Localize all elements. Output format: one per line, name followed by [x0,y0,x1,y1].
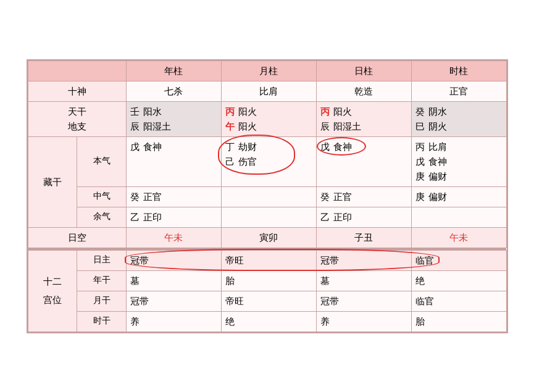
yuegan-sublabel: 月干 [77,291,127,311]
guanwei-shigan-col1: 养 [126,311,221,332]
yuqi-col1-char: 乙 [130,210,140,225]
rizhu-dz-char: 辰 [320,119,330,134]
dizhi-label: 地支 [33,119,121,134]
benqi-col4-line3-char: 庚 [415,169,425,184]
benqi-col3-desc: 食神 [333,140,352,154]
shierguanwei-niangan-row: 年干 墓 胎 墓 绝 [28,270,506,291]
benqi-col1-char: 戊 [130,140,140,154]
zanggan-label: 藏干 [28,136,77,227]
nianzhu-dz-char: 辰 [130,119,140,134]
zhongqi-col1-desc: 正官 [143,190,162,204]
shierguanwei-shigan-row: 时干 养 绝 养 胎 [28,311,506,332]
benqi-col2-line1-desc: 劫财 [238,140,257,154]
benqi-col4-line1-char: 丙 [415,140,425,154]
guanwei-yuegan-col1: 冠带 [126,291,221,311]
guanwei-niangan-col3: 墓 [316,270,411,291]
zhongqi-col4: 庚 偏财 [411,186,506,207]
benqi-col3: 戊 食神 [316,136,411,186]
rikong-label: 日空 [28,227,126,248]
shishen-col1: 七杀 [126,81,221,101]
shishen-col3: 乾造 [316,81,411,101]
benqi-col2-line2-char: 己 [225,154,235,169]
benqi-col1: 戊 食神 [126,136,221,186]
zhongqi-col3-desc: 正官 [333,190,352,204]
tiangan-dizhi-col2: 丙 阳火 午 阳火 [221,101,316,136]
rizhu-dz-desc: 阳湿土 [333,119,361,134]
guanwei-label: 宫位 [33,291,72,309]
benqi-col3-char: 戊 [320,140,330,154]
tiangan-dizhi-row: 天干 地支 壬 阳水 辰 阳湿土 丙 [28,101,506,136]
niangan-sublabel: 年干 [77,270,127,291]
header-nianzhu: 年柱 [126,60,221,81]
zanggan-benqi-row: 藏干 本气 戊 食神 丁 劫财 [28,136,506,186]
shishen-row: 十神 七杀 比肩 乾造 正官 [28,81,506,101]
yuqi-col3-desc: 正印 [333,210,352,225]
yuezhu-tg-desc: 阳火 [238,104,257,119]
nianzhu-tg-desc: 阳水 [143,104,162,119]
guanwei-rizhu-col2: 帝旺 [221,250,316,270]
tiangan-dizhi-col1: 壬 阳水 辰 阳湿土 [126,101,221,136]
guanwei-rizhu-col1-val: 冠带 [130,256,149,265]
guanwei-yuegan-col2: 帝旺 [221,291,316,311]
benqi-col2-line1-char: 丁 [225,140,235,154]
guanwei-shigan-col2: 绝 [221,311,316,332]
header-row: 年柱 月柱 日柱 时柱 [28,60,506,81]
guanwei-niangan-col1: 墓 [126,270,221,291]
guanwei-shigan-col3: 养 [316,311,411,332]
shizhu-tg-desc: 阴水 [428,104,447,119]
rikong-col3: 子丑 [316,227,411,248]
zhongqi-col2 [221,186,316,207]
zhongqi-col1-char: 癸 [130,190,140,204]
yuqi-col4 [411,207,506,227]
tiangan-dizhi-col4: 癸 阴水 巳 阴火 [411,101,506,136]
guanwei-yuegan-col4: 临官 [411,291,506,311]
guanwei-rizhu-col4: 临官 [411,250,506,270]
main-container: 年柱 月柱 日柱 时柱 十神 七杀 比肩 乾造 正官 天干 地支 [27,59,508,333]
rikong-col4: 午未 [411,227,506,248]
nianzhu-tg-char: 壬 [130,104,140,119]
zhongqi-col3-char: 癸 [320,190,330,204]
header-yuezhu: 月柱 [221,60,316,81]
benqi-col4-line2-char: 戊 [415,154,425,169]
shishen-label: 十神 [28,81,126,101]
benqi-col4-line3-desc: 偏财 [428,169,447,184]
yuqi-col2 [221,207,316,227]
benqi-col4-line1-desc: 比肩 [428,140,447,154]
rizhu-tg-char: 丙 [320,104,330,119]
yuqi-col3: 乙 正印 [316,207,411,227]
shierguanwei-rizhu-row: 十二 宫位 日主 冠带 帝旺 冠带 临官 [28,250,506,270]
zhongqi-label: 中气 [77,186,127,207]
shigan-sublabel: 时干 [77,311,127,332]
shierguanwei-label: 十二 宫位 [28,250,77,332]
benqi-col2-line2-desc: 伤官 [238,154,257,169]
rikong-col1: 午未 [126,227,221,248]
header-shizhu: 时柱 [411,60,506,81]
shierguanwei-yuegan-row: 月干 冠带 帝旺 冠带 临官 [28,291,506,311]
rikong-row: 日空 午未 寅卯 子丑 午未 [28,227,506,248]
benqi-label: 本气 [77,136,127,186]
benqi-col4-line2-desc: 食神 [428,154,447,169]
benqi-col2: 丁 劫财 己 伤官 [221,136,316,186]
yuqi-col3-char: 乙 [320,210,330,225]
benqi-col4: 丙 比肩 戊 食神 庚 偏财 [411,136,506,186]
header-rizhu: 日柱 [316,60,411,81]
shier-label: 十二 [33,272,72,291]
yuezhu-dz-desc: 阳火 [238,119,257,134]
yuezhu-dz-char: 午 [225,119,235,134]
yuqi-col1-desc: 正印 [143,210,162,225]
rizhu-sublabel: 日主 [77,250,127,270]
guanwei-rizhu-col3: 冠带 [316,250,411,270]
tiangan-dizhi-label: 天干 地支 [28,101,126,136]
zhongqi-col3: 癸 正官 [316,186,411,207]
guanwei-niangan-col2: 胎 [221,270,316,291]
zanggan-yuqi-row: 余气 乙 正印 乙 正印 [28,207,506,227]
zhongqi-col4-desc: 偏财 [428,190,447,204]
yuqi-label: 余气 [77,207,127,227]
tiangan-dizhi-col3: 丙 阳火 辰 阳湿土 [316,101,411,136]
shishen-col2: 比肩 [221,81,316,101]
rikong-col2: 寅卯 [221,227,316,248]
shizhu-tg-char: 癸 [415,104,425,119]
guanwei-yuegan-col3: 冠带 [316,291,411,311]
guanwei-shigan-col4: 胎 [411,311,506,332]
guanwei-niangan-col4: 绝 [411,270,506,291]
